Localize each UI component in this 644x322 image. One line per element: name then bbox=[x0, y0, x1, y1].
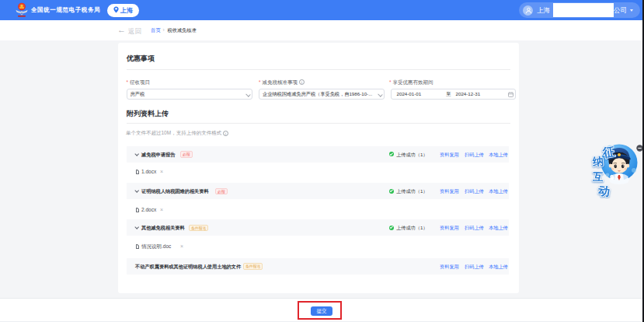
svg-text:互: 互 bbox=[592, 170, 604, 183]
svg-text:征: 征 bbox=[601, 144, 617, 159]
svg-text:动: 动 bbox=[597, 184, 611, 198]
svg-text:纳: 纳 bbox=[591, 155, 604, 168]
